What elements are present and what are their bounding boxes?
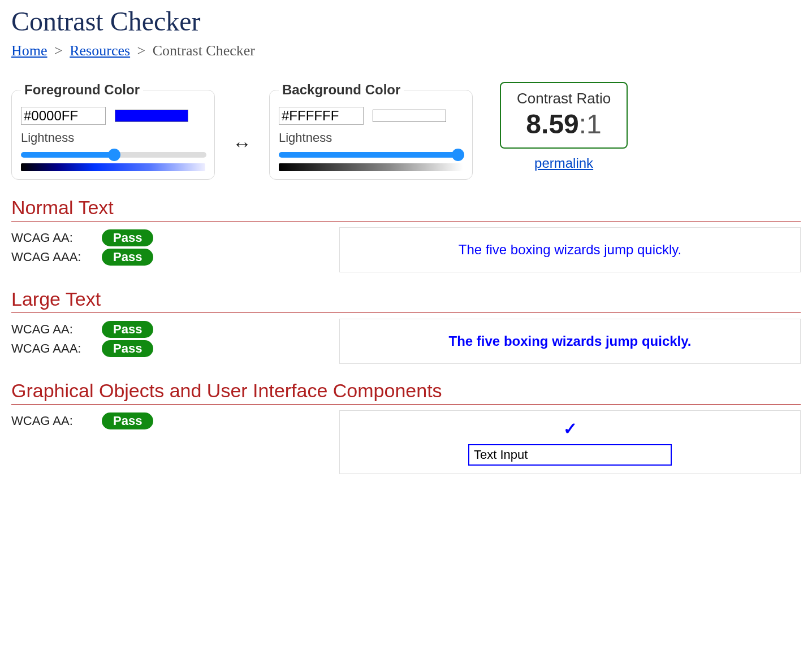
contrast-ratio-suffix: :1 — [579, 109, 602, 139]
background-legend: Background Color — [279, 82, 404, 98]
sample-text-input[interactable] — [468, 444, 672, 466]
foreground-hex-input[interactable] — [21, 107, 106, 125]
large-aaa-label: WCAG AAA: — [11, 341, 102, 356]
foreground-lightness-label: Lightness — [21, 131, 205, 145]
normal-aaa-label: WCAG AAA: — [11, 250, 102, 264]
swap-icon: ↔ — [232, 133, 252, 155]
breadcrumb-home[interactable]: Home — [11, 42, 47, 59]
foreground-legend: Foreground Color — [21, 82, 143, 98]
ui-components-heading: Graphical Objects and User Interface Com… — [11, 380, 801, 405]
breadcrumb-sep: > — [137, 42, 146, 59]
normal-aa-label: WCAG AA: — [11, 231, 102, 245]
breadcrumb-current: Contrast Checker — [153, 42, 255, 59]
normal-aaa-badge: Pass — [102, 249, 153, 266]
background-gradient — [279, 163, 463, 171]
normal-text-sample[interactable]: The five boxing wizards jump quickly. — [339, 227, 801, 272]
large-text-heading: Large Text — [11, 288, 801, 313]
page-title: Contrast Checker — [11, 6, 801, 37]
background-panel: Background Color Lightness — [269, 82, 473, 180]
ui-sample-box: ✓ — [339, 410, 801, 474]
large-text-sample[interactable]: The five boxing wizards jump quickly. — [339, 319, 801, 364]
background-lightness-slider[interactable] — [280, 152, 464, 158]
foreground-panel: Foreground Color Lightness — [11, 82, 215, 180]
background-lightness-label: Lightness — [279, 131, 463, 145]
breadcrumb: Home > Resources > Contrast Checker — [11, 42, 801, 59]
contrast-ratio-box: Contrast Ratio 8.59:1 — [500, 82, 628, 149]
contrast-ratio-title: Contrast Ratio — [517, 90, 611, 107]
ui-aa-badge: Pass — [102, 412, 153, 429]
swap-colors-button[interactable]: ↔ — [225, 82, 259, 155]
breadcrumb-resources[interactable]: Resources — [70, 42, 130, 59]
background-hex-input[interactable] — [279, 107, 364, 125]
breadcrumb-sep: > — [54, 42, 63, 59]
contrast-ratio-number: 8.59 — [526, 109, 578, 139]
check-icon: ✓ — [563, 419, 577, 438]
large-aa-badge: Pass — [102, 321, 153, 338]
permalink-link[interactable]: permalink — [534, 155, 593, 171]
foreground-lightness-slider[interactable] — [22, 152, 206, 158]
normal-aa-badge: Pass — [102, 229, 153, 246]
foreground-gradient — [21, 163, 205, 171]
background-swatch[interactable] — [373, 110, 446, 122]
permalink-wrap: permalink — [534, 155, 593, 171]
large-aaa-badge: Pass — [102, 340, 153, 357]
foreground-swatch[interactable] — [115, 110, 188, 122]
normal-text-heading: Normal Text — [11, 197, 801, 222]
large-aa-label: WCAG AA: — [11, 322, 102, 337]
contrast-ratio-value: 8.59:1 — [517, 108, 611, 140]
ui-aa-label: WCAG AA: — [11, 414, 102, 428]
